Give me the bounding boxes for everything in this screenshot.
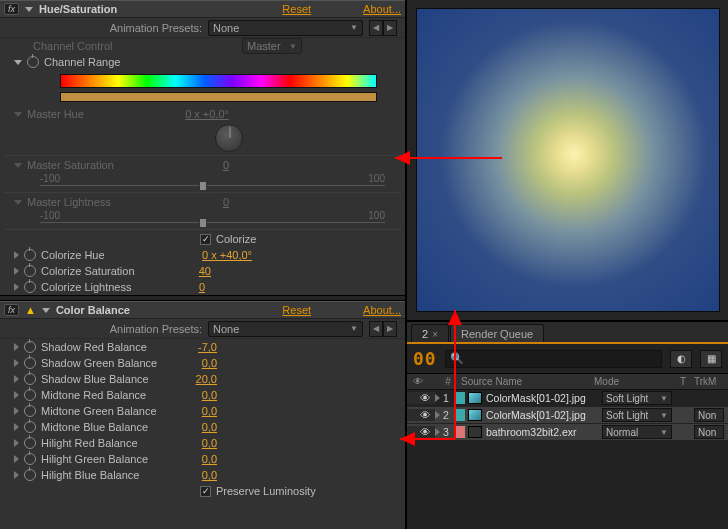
channel-range-row[interactable]: Channel Range: [0, 54, 405, 70]
preset-prev-button[interactable]: ◀: [369, 20, 383, 36]
preserve-luminosity-checkbox[interactable]: ✓: [200, 486, 211, 497]
label-swatch[interactable]: [455, 392, 465, 404]
layer-row[interactable]: 👁1ColorMask[01-02].jpgSoft Light▼: [407, 390, 728, 407]
disclosure-icon[interactable]: [14, 375, 19, 383]
about-link[interactable]: About...: [363, 304, 401, 316]
spectrum-bar[interactable]: [60, 74, 377, 88]
blend-mode-select[interactable]: Soft Light▼: [602, 391, 672, 405]
col-index[interactable]: #: [435, 376, 461, 387]
disclosure-icon[interactable]: [14, 439, 19, 447]
disclosure-icon[interactable]: [14, 251, 19, 259]
disclosure-icon[interactable]: [14, 343, 19, 351]
param-row[interactable]: Hilight Green Balance0,0: [0, 451, 405, 467]
layer-search-input[interactable]: 🔍: [445, 350, 662, 368]
param-value[interactable]: 0,0: [202, 357, 217, 369]
tab-render-queue[interactable]: Render Queue: [450, 324, 544, 342]
blend-mode-select[interactable]: Soft Light▼: [602, 408, 672, 422]
master-sat-value[interactable]: 0: [223, 159, 229, 171]
layer-name[interactable]: bathroom32bit2.exr: [482, 426, 602, 438]
colorize-sat-row[interactable]: Colorize Saturation 40: [0, 263, 405, 279]
param-row[interactable]: Shadow Blue Balance20,0: [0, 371, 405, 387]
switches-toggle-button[interactable]: ▦: [700, 350, 722, 368]
reset-link[interactable]: Reset: [282, 3, 311, 15]
param-row[interactable]: Shadow Red Balance-7,0: [0, 339, 405, 355]
param-row[interactable]: Hilight Red Balance0,0: [0, 435, 405, 451]
param-value[interactable]: -7,0: [198, 341, 217, 353]
preset-prev-button[interactable]: ◀: [369, 321, 383, 337]
col-trkmat[interactable]: TrkM: [694, 376, 728, 387]
col-light-value[interactable]: 0: [199, 281, 205, 293]
layer-name[interactable]: ColorMask[01-02].jpg: [482, 392, 602, 404]
trkmat-select[interactable]: Non: [694, 425, 724, 439]
range-selection-bar[interactable]: [60, 92, 377, 102]
effect-header-color-balance[interactable]: fx ▲ Color Balance Reset About...: [0, 301, 405, 319]
param-value[interactable]: 0,0: [202, 453, 217, 465]
colorize-checkbox[interactable]: ✓: [200, 234, 211, 245]
stopwatch-icon[interactable]: [27, 56, 39, 68]
master-light-value[interactable]: 0: [223, 196, 229, 208]
colorize-light-row[interactable]: Colorize Lightness 0: [0, 279, 405, 295]
master-hue-row[interactable]: Master Hue 0 x +0,0°: [0, 106, 405, 122]
layer-row[interactable]: 👁2ColorMask[01-02].jpgSoft Light▼Non: [407, 407, 728, 424]
col-mode[interactable]: Mode: [594, 376, 672, 387]
col-sat-value[interactable]: 40: [199, 265, 211, 277]
close-tab-icon[interactable]: ×: [432, 329, 438, 340]
stopwatch-icon[interactable]: [24, 373, 36, 385]
colorize-hue-row[interactable]: Colorize Hue 0 x +40,0°: [0, 247, 405, 263]
shy-toggle-button[interactable]: ◐: [670, 350, 692, 368]
label-swatch[interactable]: [455, 426, 465, 438]
layer-row[interactable]: 👁3bathroom32bit2.exrNormal▼Non: [407, 424, 728, 441]
disclosure-icon[interactable]: [14, 283, 19, 291]
master-lightness-row[interactable]: Master Lightness 0: [0, 194, 405, 210]
colorize-row[interactable]: ✓ Colorize: [0, 231, 405, 247]
stopwatch-icon[interactable]: [24, 281, 36, 293]
stopwatch-icon[interactable]: [24, 437, 36, 449]
param-value[interactable]: 0,0: [202, 437, 217, 449]
param-row[interactable]: Midtone Green Balance0,0: [0, 403, 405, 419]
preset-select[interactable]: None▼: [208, 20, 363, 36]
stopwatch-icon[interactable]: [24, 389, 36, 401]
blend-mode-select[interactable]: Normal▼: [602, 425, 672, 439]
disclosure-icon[interactable]: [14, 60, 22, 65]
saturation-slider[interactable]: -100100: [40, 173, 385, 191]
disclosure-icon[interactable]: [14, 359, 19, 367]
stopwatch-icon[interactable]: [24, 357, 36, 369]
disclosure-icon[interactable]: [14, 391, 19, 399]
viewer-panel[interactable]: [407, 0, 728, 322]
stopwatch-icon[interactable]: [24, 469, 36, 481]
trkmat-select[interactable]: Non: [694, 408, 724, 422]
disclosure-icon[interactable]: [14, 200, 22, 205]
stopwatch-icon[interactable]: [24, 405, 36, 417]
tab-comp-active[interactable]: 2×: [411, 324, 449, 342]
param-value[interactable]: 0,0: [202, 389, 217, 401]
lightness-slider[interactable]: -100100: [40, 210, 385, 228]
preset-select[interactable]: None▼: [208, 321, 363, 337]
preset-next-button[interactable]: ▶: [383, 20, 397, 36]
about-link[interactable]: About...: [363, 3, 401, 15]
channel-select[interactable]: Master▼: [242, 38, 302, 54]
stopwatch-icon[interactable]: [24, 421, 36, 433]
disclosure-icon[interactable]: [14, 267, 19, 275]
param-value[interactable]: 0,0: [202, 405, 217, 417]
stopwatch-icon[interactable]: [24, 265, 36, 277]
param-value[interactable]: 0,0: [202, 421, 217, 433]
param-row[interactable]: Hilight Blue Balance0,0: [0, 467, 405, 483]
eye-column[interactable]: 👁: [407, 409, 435, 421]
param-row[interactable]: Midtone Blue Balance0,0: [0, 419, 405, 435]
eye-column[interactable]: 👁: [407, 426, 435, 438]
col-hue-value[interactable]: 0 x +40,0°: [202, 249, 252, 261]
disclosure-icon[interactable]: [14, 163, 22, 168]
disclosure-icon[interactable]: [14, 112, 22, 117]
disclosure-icon[interactable]: [14, 471, 19, 479]
layer-name[interactable]: ColorMask[01-02].jpg: [482, 409, 602, 421]
timecode-field[interactable]: 00: [413, 348, 437, 369]
disclosure-icon[interactable]: [14, 407, 19, 415]
disclosure-icon[interactable]: [14, 455, 19, 463]
stopwatch-icon[interactable]: [24, 249, 36, 261]
param-value[interactable]: 0,0: [202, 469, 217, 481]
preserve-luminosity-row[interactable]: ✓ Preserve Luminosity: [0, 483, 405, 499]
disclosure-icon[interactable]: [42, 308, 50, 313]
master-saturation-row[interactable]: Master Saturation 0: [0, 157, 405, 173]
reset-link[interactable]: Reset: [282, 304, 311, 316]
disclosure-icon[interactable]: [14, 423, 19, 431]
